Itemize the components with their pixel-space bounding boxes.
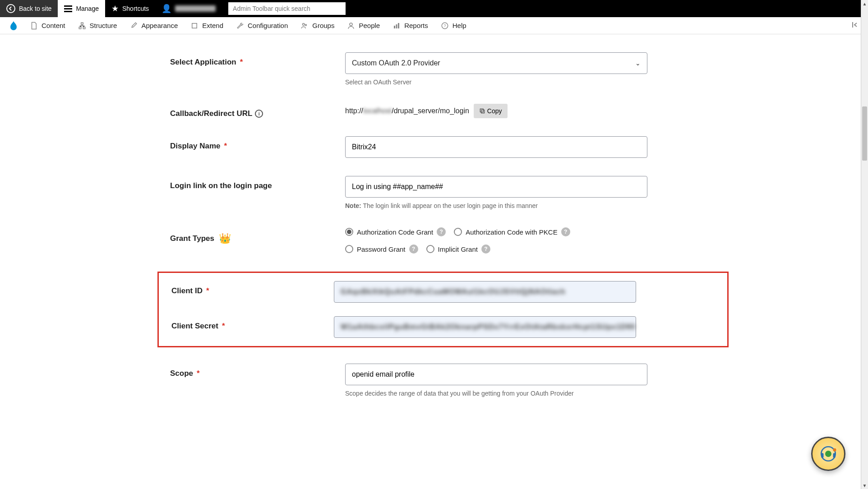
menu-help[interactable]: ? Help [434, 17, 473, 34]
row-client-id: Client ID* GAqxBkXtkQuAtFPdkcCuaMOMAuI1k… [171, 281, 727, 303]
puzzle-icon [190, 22, 199, 30]
username [175, 5, 216, 12]
structure-icon [78, 22, 86, 30]
svg-rect-8 [396, 24, 397, 28]
radio-icon [426, 245, 434, 253]
drupal-logo-icon[interactable] [8, 20, 19, 31]
help-badge[interactable]: ? [561, 227, 570, 236]
svg-point-5 [305, 24, 307, 26]
svg-rect-0 [81, 23, 83, 24]
svg-rect-13 [480, 109, 483, 112]
headset-icon [819, 444, 838, 451]
required-mark: * [224, 142, 227, 151]
radio-icon [454, 228, 462, 236]
help-badge[interactable]: ? [481, 244, 490, 254]
scope-help: Scope decides the range of data that you… [345, 390, 647, 397]
scope-label: Scope [170, 369, 193, 378]
client-secret-value: W1aAthbcxilPguBmvGtBAk2OknarpPSDx7YrrExO… [341, 323, 635, 331]
row-client-secret: Client Secret* W1aAthbcxilPguBmvGtBAk2Ok… [171, 316, 727, 338]
row-login-link: Login link on the login page Note: The l… [170, 176, 716, 209]
collapse-icon [851, 21, 859, 29]
grant-types-label: Grant Types [170, 234, 214, 243]
radio-password-grant[interactable]: Password Grant ? [345, 244, 418, 254]
radio-icon [345, 245, 353, 253]
admin-search-input[interactable] [228, 2, 346, 15]
login-link-label: Login link on the login page [170, 181, 272, 190]
svg-text:?: ? [443, 23, 446, 28]
required-mark: * [197, 369, 200, 378]
shortcuts-tab[interactable]: ★ Shortcuts [105, 0, 155, 17]
paintbrush-icon [129, 22, 138, 30]
menu-content[interactable]: Content [23, 17, 72, 34]
radio-implicit-grant[interactable]: Implicit Grant ? [426, 244, 490, 254]
chart-icon [392, 22, 401, 30]
radio-label-1: Authorization Code with PKCE [466, 228, 557, 236]
scope-input[interactable] [345, 364, 647, 385]
select-application-value: Custom OAuth 2.0 Provider [352, 59, 440, 67]
svg-rect-9 [398, 23, 399, 28]
menu-appearance-label: Appearance [141, 22, 178, 29]
svg-point-4 [303, 23, 305, 25]
client-id-label: Client ID [171, 286, 203, 295]
form-container: Select Application* Custom OAuth 2.0 Pro… [125, 34, 743, 433]
menu-reports-label: Reports [404, 22, 428, 29]
menu-appearance[interactable]: Appearance [123, 17, 184, 34]
required-mark: * [240, 58, 243, 67]
menu-configuration-label: Configuration [248, 22, 288, 29]
svg-point-6 [350, 23, 352, 26]
scrollbar-thumb[interactable] [862, 106, 867, 161]
callback-url-value: http://localhost/drupal_server/mo_login [345, 107, 469, 115]
svg-rect-2 [83, 27, 85, 29]
copy-button[interactable]: Copy [474, 104, 508, 118]
grant-types-radio-group: Authorization Code Grant ? Authorization… [345, 227, 647, 254]
login-link-input[interactable] [345, 176, 647, 198]
row-scope: Scope* Scope decides the range of data t… [170, 364, 716, 397]
menu-extend[interactable]: Extend [184, 17, 230, 34]
scrollbar-up-button[interactable]: ▲ [861, 0, 868, 7]
radio-auth-code-pkce[interactable]: Authorization Code with PKCE ? [454, 227, 570, 236]
client-id-input[interactable]: GAqxBkXtkQuAtFPdkcCuaMOMAuI1kcOUJSVttQjN… [334, 281, 636, 303]
copy-label: Copy [487, 107, 502, 115]
menu-help-label: Help [452, 22, 466, 29]
groups-icon [300, 22, 309, 30]
menu-people-label: People [359, 22, 380, 29]
required-mark: * [222, 322, 225, 331]
vertical-scrollbar[interactable]: ▲ ▼ [861, 0, 868, 451]
radio-label-0: Authorization Code Grant [357, 228, 433, 236]
credentials-highlight-box: Client ID* GAqxBkXtkQuAtFPdkcCuaMOMAuI1k… [157, 272, 729, 347]
page-wrapper: Select Application* Custom OAuth 2.0 Pro… [0, 34, 868, 451]
chevron-down-icon: ⌄ [635, 60, 641, 67]
callback-url-label: Callback/Redirect URL [170, 109, 252, 118]
svg-rect-7 [394, 26, 395, 28]
menu-groups-label: Groups [312, 22, 334, 29]
menu-people[interactable]: People [341, 17, 386, 34]
info-icon[interactable]: i [255, 110, 263, 118]
display-name-input[interactable] [345, 136, 647, 158]
menu-configuration[interactable]: Configuration [230, 17, 294, 34]
radio-icon [345, 228, 353, 236]
client-secret-input[interactable]: W1aAthbcxilPguBmvGtBAk2OknarpPSDx7YrrExO… [334, 316, 636, 338]
select-application-dropdown[interactable]: Custom OAuth 2.0 Provider ⌄ [345, 52, 647, 74]
admin-menu: Content Structure Appearance Extend Conf… [0, 17, 868, 34]
help-badge[interactable]: ? [437, 227, 446, 236]
crown-icon: 👑 [219, 233, 231, 244]
manage-tab[interactable]: Manage [58, 0, 105, 17]
person-icon [347, 22, 355, 30]
back-to-site[interactable]: Back to site [0, 0, 58, 17]
row-select-application: Select Application* Custom OAuth 2.0 Pro… [170, 52, 716, 86]
menu-reports[interactable]: Reports [386, 17, 434, 34]
display-name-label: Display Name [170, 142, 221, 151]
copy-icon [479, 108, 485, 114]
menu-structure[interactable]: Structure [72, 17, 124, 34]
radio-auth-code-grant[interactable]: Authorization Code Grant ? [345, 227, 446, 236]
menu-groups[interactable]: Groups [294, 17, 341, 34]
menu-structure-label: Structure [90, 22, 117, 29]
user-menu[interactable]: 👤 [155, 0, 222, 17]
help-badge[interactable]: ? [409, 244, 418, 254]
shortcuts-label: Shortcuts [122, 5, 149, 12]
back-arrow-icon [6, 4, 15, 13]
user-icon: 👤 [162, 4, 171, 14]
hamburger-icon [64, 5, 72, 12]
client-secret-label: Client Secret [171, 322, 218, 331]
row-callback-url: Callback/Redirect URL i http://localhost… [170, 104, 716, 118]
